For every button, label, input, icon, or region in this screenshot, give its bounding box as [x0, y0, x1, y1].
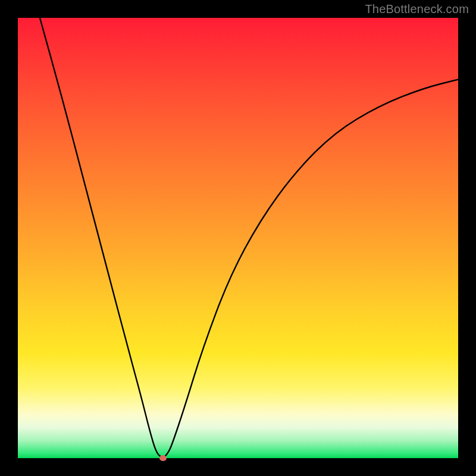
curve-svg [18, 18, 458, 458]
plot-area [18, 18, 458, 458]
bottleneck-curve [40, 18, 458, 457]
watermark-text: TheBottleneck.com [365, 2, 469, 16]
chart-frame: TheBottleneck.com [0, 0, 476, 476]
optimum-marker [159, 455, 167, 461]
